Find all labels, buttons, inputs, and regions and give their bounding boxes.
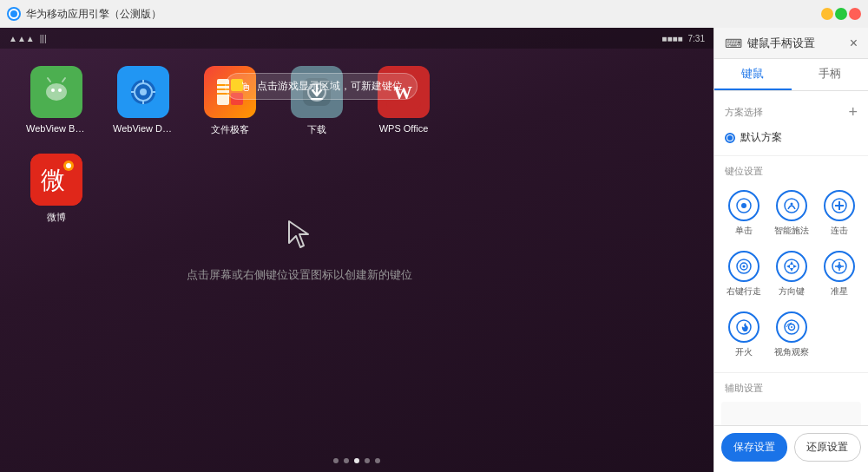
svg-point-2 xyxy=(46,83,67,101)
key-item-aim[interactable]: 准星 xyxy=(817,246,861,303)
save-settings-button[interactable]: 保存设置 xyxy=(721,433,787,462)
scheme-radio xyxy=(725,133,735,143)
key-icon-combo xyxy=(824,190,855,221)
scheme-section-title: 方案选择 xyxy=(725,106,763,119)
maximize-button[interactable] xyxy=(835,8,847,20)
window-close-button[interactable] xyxy=(849,8,861,20)
key-item-smart-shoot[interactable]: 智能施法 xyxy=(769,185,813,242)
key-icon-single-tap xyxy=(728,190,760,221)
tab-gamepad[interactable]: 手柄 xyxy=(792,59,869,90)
center-help-text: 点击屏幕或右侧键位设置图标以创建新的键位 xyxy=(187,267,412,283)
key-label-perspective: 视角观察 xyxy=(774,346,809,358)
app-label-webview-browser: WebView Browse.. xyxy=(26,123,87,134)
key-icon-fire xyxy=(728,311,760,343)
aux-section-title: 辅助设置 xyxy=(714,378,868,398)
emulator-area[interactable]: ▲▲▲ ||| ■■■■ 7:31 xyxy=(0,28,713,472)
key-icon-direction xyxy=(776,251,807,282)
main-area: ▲▲▲ ||| ■■■■ 7:31 xyxy=(0,28,868,472)
panel-content: 方案选择 + 默认方案 键位设置 xyxy=(714,91,868,425)
keyboard-icon: ⌨ xyxy=(725,36,742,50)
app-item-webview-browser[interactable]: WebView Browse.. xyxy=(26,66,87,136)
svg-point-3 xyxy=(51,88,55,92)
center-message: 点击屏幕或右侧键位设置图标以创建新的键位 xyxy=(187,217,412,283)
svg-point-52 xyxy=(791,326,792,328)
app-label-webview-devtools: WebView DevTo.. xyxy=(113,123,174,134)
key-item-perspective[interactable]: 视角观察 xyxy=(769,306,813,364)
key-label-combo: 连击 xyxy=(831,225,848,237)
app-item-weibo[interactable]: 微 微博 xyxy=(26,154,87,224)
app-label-file: 文件极客 xyxy=(200,123,260,136)
status-bar-left: ▲▲▲ ||| xyxy=(9,34,47,43)
panel-bottom-buttons: 保存设置 还原设置 xyxy=(714,425,868,472)
wifi-icon: ▲▲▲ xyxy=(9,34,35,43)
svg-text:微: 微 xyxy=(41,167,65,193)
app-icon-weibo: 微 xyxy=(30,154,82,206)
key-icon-aim xyxy=(824,251,855,282)
svg-point-31 xyxy=(741,203,746,208)
app-row-2: 微 微博 xyxy=(0,154,713,224)
key-label-single-tap: 单击 xyxy=(735,225,753,237)
aux-settings-placeholder xyxy=(721,402,861,425)
app-label-wps: WPS Office xyxy=(373,123,434,134)
svg-point-39 xyxy=(742,266,745,268)
key-label-right-walk: 右键行走 xyxy=(727,285,761,298)
key-label-direction: 方向键 xyxy=(779,285,805,298)
battery-level: ■■■■ xyxy=(661,34,682,43)
key-label-fire: 开火 xyxy=(735,346,753,358)
signal-icon: ||| xyxy=(40,34,47,43)
app-label-download: 下载 xyxy=(286,123,347,136)
cursor-icon xyxy=(187,217,412,259)
dot-1 xyxy=(333,458,339,463)
app-grid: WebView Browse.. xyxy=(0,49,713,154)
key-item-direction[interactable]: 方向键 xyxy=(769,246,813,303)
svg-point-49 xyxy=(737,320,751,334)
scheme-label: 默认方案 xyxy=(740,130,782,145)
app-icon-wrapper-6: 微 xyxy=(30,154,82,206)
key-item-fire[interactable]: 开火 xyxy=(721,306,766,364)
key-icon-perspective xyxy=(776,311,807,343)
svg-line-5 xyxy=(48,78,50,82)
title-bar: 华为移动应用引擎（公测版） xyxy=(0,0,868,28)
svg-line-6 xyxy=(62,78,65,82)
add-scheme-button[interactable]: + xyxy=(848,103,858,121)
mouse-icon: 🖱 xyxy=(240,80,252,94)
window-controls xyxy=(821,8,861,20)
default-scheme-item[interactable]: 默认方案 xyxy=(714,125,868,150)
app-item-webview-devtools[interactable]: WebView DevTo.. xyxy=(113,66,174,136)
key-item-combo[interactable]: 连击 xyxy=(817,185,861,242)
app-icon-webview-devtools xyxy=(117,66,169,118)
panel-tabs: 键鼠 手柄 xyxy=(714,59,868,91)
svg-point-29 xyxy=(66,163,71,168)
key-item-right-walk[interactable]: 右键行走 xyxy=(721,246,766,303)
key-grid: 单击 智能施法 xyxy=(714,181,868,367)
app-icon-wrapper-2 xyxy=(117,66,169,118)
dot-2 xyxy=(344,458,349,463)
panel-title-content: ⌨ 键鼠手柄设置 xyxy=(725,36,815,51)
time-display: 7:31 xyxy=(688,34,705,43)
svg-point-4 xyxy=(58,88,62,92)
panel-close-button[interactable]: × xyxy=(850,36,858,51)
status-bar-right: ■■■■ 7:31 xyxy=(661,34,705,43)
tab-keyboard[interactable]: 键鼠 xyxy=(714,59,792,90)
panel-title-text: 键鼠手柄设置 xyxy=(747,36,815,51)
svg-marker-43 xyxy=(786,265,790,268)
app-icon xyxy=(7,7,21,21)
dot-3 xyxy=(354,458,359,463)
key-item-single-tap[interactable]: 单击 xyxy=(721,185,766,242)
dot-5 xyxy=(375,458,380,463)
minimize-button[interactable] xyxy=(821,8,833,20)
key-label-smart-shoot: 智能施法 xyxy=(774,225,809,237)
divider-1 xyxy=(714,155,868,156)
android-status-bar: ▲▲▲ ||| ■■■■ 7:31 xyxy=(0,28,713,49)
svg-marker-42 xyxy=(790,268,793,272)
key-label-aim: 准星 xyxy=(831,285,848,298)
svg-marker-41 xyxy=(790,261,793,265)
key-icon-right-walk xyxy=(728,251,760,282)
svg-point-33 xyxy=(790,203,792,206)
app-label-weibo: 微博 xyxy=(26,211,87,224)
key-icon-smart-shoot xyxy=(776,190,807,221)
restore-settings-button[interactable]: 还原设置 xyxy=(794,433,862,462)
scheme-section-header: 方案选择 + xyxy=(714,98,868,125)
key-section-title: 键位设置 xyxy=(714,161,868,181)
app-icon-wrapper xyxy=(30,66,82,118)
